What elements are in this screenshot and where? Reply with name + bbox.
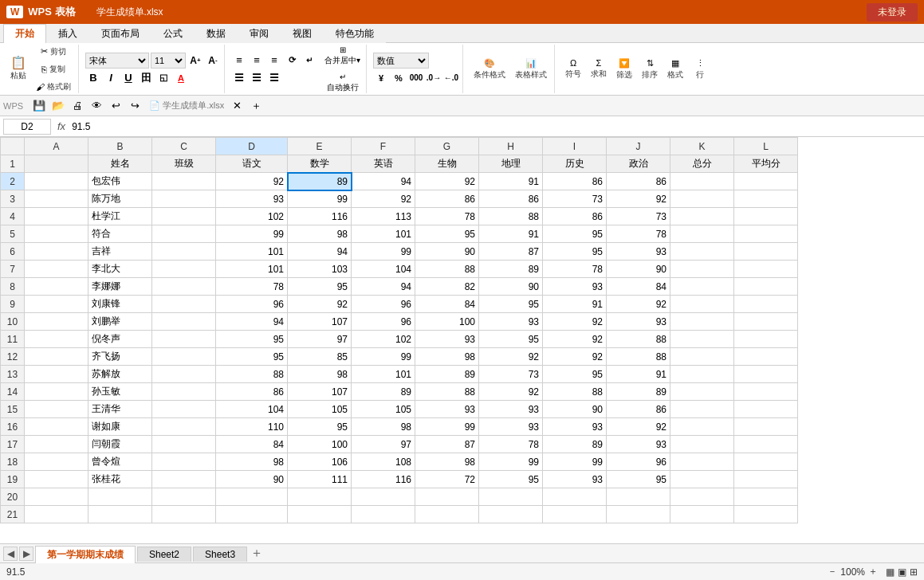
cell[interactable] — [25, 296, 88, 313]
cell[interactable] — [734, 278, 798, 296]
copy-button[interactable]: ⎘ 复制 — [32, 61, 75, 77]
add-sheet-button[interactable]: ＋ — [249, 546, 265, 562]
cell[interactable] — [734, 401, 798, 418]
cell[interactable] — [152, 383, 216, 401]
cell[interactable] — [670, 296, 734, 313]
cell[interactable]: 90 — [415, 243, 479, 261]
col-header-E[interactable]: E — [288, 138, 352, 155]
cell[interactable]: 108 — [352, 453, 415, 471]
cell[interactable]: 116 — [352, 471, 415, 488]
cell[interactable]: 88 — [479, 208, 543, 225]
cell[interactable]: 95 — [288, 418, 352, 436]
cell[interactable]: 杜学江 — [88, 208, 152, 225]
save-button[interactable]: 💾 — [31, 98, 47, 114]
cut-button[interactable]: ✂ 剪切 — [32, 44, 75, 60]
cell[interactable]: 86 — [216, 383, 288, 401]
zoom-out-button[interactable]: － — [828, 565, 837, 578]
cell[interactable]: 包宏伟 — [88, 173, 152, 190]
increase-font-size-button[interactable]: A+ — [187, 53, 203, 69]
cell[interactable]: 86 — [607, 401, 670, 418]
cell[interactable] — [152, 436, 216, 453]
cell[interactable] — [670, 208, 734, 225]
cell[interactable] — [670, 471, 734, 488]
cell[interactable] — [25, 190, 88, 208]
tab-formula[interactable]: 公式 — [151, 24, 195, 43]
cell[interactable]: 84 — [216, 436, 288, 453]
cell[interactable] — [25, 331, 88, 348]
cell[interactable]: 93 — [479, 418, 543, 436]
cell[interactable] — [415, 506, 479, 523]
undo-button[interactable]: ↩ — [108, 98, 124, 114]
cell[interactable]: 96 — [607, 453, 670, 471]
cell[interactable] — [670, 278, 734, 296]
cell[interactable] — [25, 313, 88, 331]
cell[interactable]: 73 — [479, 366, 543, 383]
bold-button[interactable]: B — [85, 70, 101, 86]
cell[interactable]: 92 — [543, 331, 607, 348]
cell[interactable]: 99 — [415, 418, 479, 436]
row-header-15[interactable]: 15 — [1, 401, 25, 418]
cell[interactable]: 90 — [216, 471, 288, 488]
cell[interactable] — [152, 313, 216, 331]
cell[interactable] — [152, 278, 216, 296]
cell[interactable] — [25, 436, 88, 453]
cell[interactable]: 106 — [288, 453, 352, 471]
cell[interactable]: 101 — [216, 261, 288, 278]
cell[interactable]: 94 — [352, 278, 415, 296]
cell[interactable] — [734, 453, 798, 471]
sheet-nav-prev[interactable]: ◀ — [3, 547, 18, 561]
cell[interactable] — [288, 488, 352, 506]
sum-button[interactable]: Σ 求和 — [587, 56, 611, 82]
cell[interactable]: 90 — [479, 278, 543, 296]
wrap-text-button[interactable]: ↵ — [301, 53, 317, 69]
fill-color-button[interactable]: ◱ — [155, 70, 171, 86]
cell[interactable]: 99 — [352, 348, 415, 366]
row-header-10[interactable]: 10 — [1, 313, 25, 331]
cell[interactable]: 84 — [415, 296, 479, 313]
cell[interactable] — [670, 436, 734, 453]
cell[interactable]: 95 — [288, 278, 352, 296]
cell[interactable]: 生物 — [415, 155, 479, 173]
cell[interactable] — [152, 401, 216, 418]
tab-review[interactable]: 审阅 — [238, 24, 281, 43]
cell[interactable]: 86 — [543, 173, 607, 190]
cell[interactable]: 91 — [543, 296, 607, 313]
cell[interactable] — [152, 225, 216, 243]
cell[interactable]: 李娜娜 — [88, 278, 152, 296]
row-header-18[interactable]: 18 — [1, 453, 25, 471]
tab-start[interactable]: 开始 — [3, 24, 46, 43]
cell[interactable]: 吉祥 — [88, 243, 152, 261]
cell[interactable]: 94 — [352, 173, 415, 190]
cell[interactable]: 86 — [607, 173, 670, 190]
row-header-1[interactable]: 1 — [1, 155, 25, 173]
align-top-right-button[interactable]: ≡ — [266, 53, 282, 69]
cell[interactable] — [734, 243, 798, 261]
cell[interactable] — [415, 488, 479, 506]
tab-view[interactable]: 视图 — [281, 24, 324, 43]
cell[interactable]: 78 — [479, 436, 543, 453]
row-header-13[interactable]: 13 — [1, 366, 25, 383]
cell[interactable] — [734, 436, 798, 453]
cell[interactable] — [152, 243, 216, 261]
row-header-3[interactable]: 3 — [1, 190, 25, 208]
sheet-tab-first[interactable]: 第一学期期末成绩 — [35, 546, 136, 563]
cell[interactable]: 78 — [415, 208, 479, 225]
cell[interactable]: 93 — [607, 243, 670, 261]
cell[interactable]: 姓名 — [88, 155, 152, 173]
col-header-K[interactable]: K — [670, 138, 734, 155]
cell[interactable] — [670, 418, 734, 436]
cell[interactable] — [734, 225, 798, 243]
auto-newline-button[interactable]: ↵ 自动换行 — [322, 70, 363, 96]
cell[interactable] — [734, 418, 798, 436]
cell[interactable] — [670, 348, 734, 366]
row-header-8[interactable]: 8 — [1, 278, 25, 296]
view-page-button[interactable]: ▣ — [898, 566, 906, 578]
tab-pagelayout[interactable]: 页面布局 — [89, 24, 151, 43]
cell[interactable]: 107 — [288, 383, 352, 401]
cell[interactable]: 93 — [216, 190, 288, 208]
zoom-in-button[interactable]: ＋ — [868, 565, 878, 578]
filter-button[interactable]: 🔽 筛选 — [612, 56, 636, 83]
cell[interactable]: 总分 — [670, 155, 734, 173]
cell[interactable]: 91 — [607, 366, 670, 383]
align-top-left-button[interactable]: ≡ — [231, 53, 247, 69]
